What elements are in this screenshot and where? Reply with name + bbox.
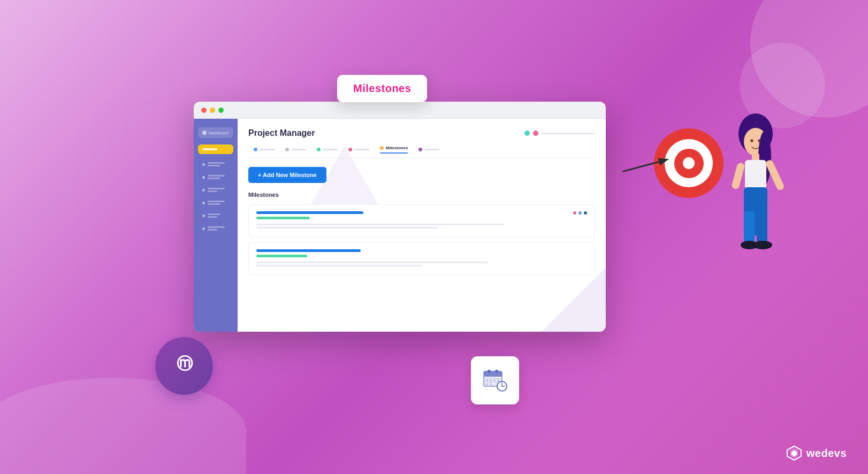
sidebar-nav-lines-5 (208, 213, 220, 218)
tab-line-1 (260, 149, 275, 150)
tab-dot-active (380, 146, 384, 150)
main-area: Project Manager (238, 119, 606, 332)
svg-rect-26 (731, 162, 745, 190)
milestone-gray-line-1a (256, 224, 505, 225)
sidebar-nav-dot-6 (202, 227, 205, 230)
svg-point-10 (494, 380, 496, 381)
sidebar-line (208, 229, 217, 231)
tab-active-inner: Milestones (380, 146, 408, 150)
sidebar-nav-dot-1 (202, 163, 205, 166)
sidebar-nav-item-5[interactable] (198, 211, 233, 220)
milestone-gray-line-1b (256, 227, 438, 228)
svg-point-13 (490, 384, 492, 385)
sidebar-line (208, 201, 225, 202)
arrow-icon (621, 154, 671, 177)
target-illustration (654, 128, 724, 198)
svg-rect-3 (484, 371, 502, 377)
tab-dot-5 (418, 148, 422, 151)
header-line (542, 133, 595, 134)
tab-dot-2 (285, 148, 289, 151)
tab-dot-3 (317, 148, 321, 151)
sidebar-line (208, 165, 220, 166)
milestones-popup: Milestones (337, 75, 427, 102)
sidebar-nav-item-1[interactable] (198, 159, 233, 169)
person-svg (726, 104, 785, 292)
calendar-card (471, 356, 519, 404)
milestone-gray-line-2b (256, 265, 422, 266)
sidebar-active-bar (202, 148, 217, 150)
mc-dot-blue (578, 211, 582, 215)
sidebar-nav-dot-3 (202, 189, 205, 192)
target-mid (665, 139, 713, 187)
wedevs-icon-svg (786, 445, 802, 461)
tab-line-2 (291, 149, 306, 150)
person-figure (726, 104, 785, 294)
milestone-card-1 (248, 204, 595, 237)
milestone-card-1-dots (573, 211, 587, 215)
milestone-progress-green-1 (256, 217, 310, 219)
svg-marker-19 (658, 156, 670, 166)
bg-wave (0, 378, 246, 474)
sidebar-line (208, 203, 220, 205)
sidebar-nav-lines-4 (208, 201, 225, 205)
sidebar-nav-dot-2 (202, 176, 205, 179)
svg-point-12 (486, 384, 488, 385)
tab-item-2[interactable] (280, 148, 311, 151)
sidebar-nav-lines-6 (208, 226, 225, 231)
sidebar-line (208, 175, 225, 177)
wp-logo-circle: ⓜ (155, 337, 213, 395)
tab-line-5 (424, 149, 439, 150)
tab-item-1[interactable] (248, 148, 280, 151)
sidebar-line (208, 178, 220, 179)
mc-dot-pink (573, 211, 576, 215)
svg-point-4 (488, 370, 491, 373)
svg-text:ⓜ: ⓜ (176, 355, 193, 372)
dot-red[interactable] (201, 108, 207, 113)
svg-point-9 (490, 380, 492, 381)
svg-point-8 (486, 380, 488, 381)
tab-item-6[interactable] (413, 148, 445, 151)
sidebar-line (208, 162, 225, 164)
sidebar-line (208, 188, 225, 189)
target-center (683, 157, 695, 169)
milestones-popup-title: Milestones (353, 82, 411, 94)
sidebar-dashboard-icon (202, 131, 207, 135)
sidebar-item-dashboard[interactable]: Dashboard (198, 127, 233, 138)
dot-yellow[interactable] (210, 108, 215, 113)
browser-window: Dashboard (194, 102, 606, 332)
svg-point-11 (498, 380, 499, 381)
header-dot-pink (533, 131, 538, 136)
sidebar-nav-lines-1 (208, 162, 225, 166)
sidebar-nav-item-6[interactable] (198, 224, 233, 233)
sidebar-nav-lines-2 (208, 175, 225, 179)
target-outer (654, 128, 724, 198)
tab-item-4[interactable] (343, 148, 375, 151)
wedevs-logo: wedevs (786, 445, 847, 461)
tab-active-underline (380, 152, 408, 154)
svg-line-18 (623, 161, 661, 171)
tab-item-3[interactable] (311, 148, 343, 151)
sidebar-nav-dot-5 (202, 215, 205, 217)
tab-line-3 (323, 149, 338, 150)
sidebar-nav-lines-3 (208, 188, 225, 192)
sidebar-active-item[interactable] (198, 144, 233, 154)
svg-rect-24 (745, 160, 766, 189)
sidebar-nav-dot-4 (202, 202, 205, 204)
dot-green[interactable] (218, 108, 224, 113)
svg-point-5 (495, 370, 498, 373)
sidebar-nav-item-2[interactable] (198, 172, 233, 182)
sidebar-nav-item-4[interactable] (198, 198, 233, 208)
sidebar-nav-item-3[interactable] (198, 185, 233, 195)
tab-line-4 (354, 149, 369, 150)
sidebar-line (208, 190, 217, 192)
svg-rect-23 (752, 154, 759, 160)
sidebar: Dashboard (194, 119, 238, 332)
svg-rect-29 (757, 211, 767, 243)
tab-milestones[interactable]: Milestones (375, 146, 413, 154)
sidebar-dashboard-label: Dashboard (209, 131, 229, 135)
add-new-milestone-button[interactable]: + Add New Milestone (248, 167, 326, 183)
mc-dot-navy (584, 211, 587, 215)
tab-active-label: Milestones (386, 146, 408, 150)
browser-content: Dashboard (194, 119, 606, 332)
milestone-progress-blue-1 (256, 211, 363, 214)
